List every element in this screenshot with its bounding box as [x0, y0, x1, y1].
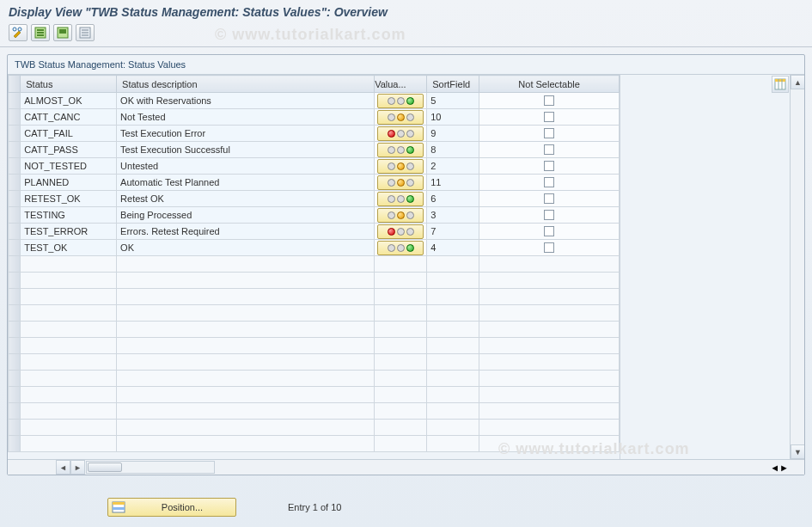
not-selectable-cell[interactable]	[479, 420, 619, 435]
valuation-button[interactable]	[377, 175, 424, 190]
not-selectable-checkbox[interactable]	[544, 177, 554, 187]
description-cell[interactable]	[117, 436, 374, 451]
valuation-button[interactable]	[377, 224, 424, 239]
valuation-button[interactable]	[377, 143, 424, 157]
valuation-button[interactable]	[377, 241, 424, 255]
valuation-cell[interactable]	[375, 338, 426, 353]
not-selectable-cell[interactable]	[479, 273, 619, 288]
valuation-button[interactable]	[377, 208, 424, 223]
horizontal-scrollbar-right[interactable]: ◄ ►	[770, 463, 804, 473]
toggle-edit-button[interactable]	[9, 24, 27, 41]
sortfield-cell[interactable]	[427, 322, 479, 337]
not-selectable-checkbox[interactable]	[544, 242, 554, 253]
status-cell[interactable]	[21, 289, 116, 304]
column-header-sortfield[interactable]: SortField	[427, 76, 479, 93]
row-selector[interactable]	[9, 305, 21, 322]
scroll-right-button[interactable]: ►	[70, 460, 85, 475]
valuation-cell[interactable]	[375, 354, 426, 370]
valuation-cell[interactable]	[375, 420, 426, 435]
row-selector[interactable]	[9, 371, 21, 387]
description-cell[interactable]: OK with Reservations	[117, 93, 374, 108]
valuation-button[interactable]	[377, 159, 424, 174]
horizontal-scrollbar-left[interactable]: ◄ ►	[8, 460, 620, 475]
not-selectable-cell[interactable]	[479, 305, 619, 321]
not-selectable-checkbox[interactable]	[544, 193, 554, 204]
not-selectable-cell[interactable]	[479, 338, 619, 353]
sortfield-cell[interactable]	[427, 387, 479, 402]
description-cell[interactable]: Being Processed	[117, 207, 374, 223]
sortfield-cell[interactable]: 7	[427, 224, 479, 239]
status-cell[interactable]	[21, 305, 116, 321]
sortfield-cell[interactable]: 9	[427, 126, 479, 141]
row-selector[interactable]	[9, 126, 21, 142]
not-selectable-cell[interactable]	[479, 436, 619, 451]
column-header-valuation[interactable]: Valua...	[375, 76, 427, 93]
status-cell[interactable]: PLANNED	[21, 175, 116, 190]
sortfield-cell[interactable]: 10	[427, 109, 479, 125]
not-selectable-checkbox[interactable]	[544, 112, 554, 122]
description-cell[interactable]: Untested	[117, 158, 374, 174]
not-selectable-cell[interactable]	[479, 403, 619, 419]
status-cell[interactable]: NOT_TESTED	[21, 158, 116, 174]
not-selectable-cell[interactable]	[479, 371, 619, 386]
status-cell[interactable]: RETEST_OK	[21, 191, 116, 206]
sortfield-cell[interactable]	[427, 420, 479, 435]
row-selector[interactable]	[9, 338, 21, 354]
description-cell[interactable]: OK	[117, 240, 374, 255]
not-selectable-cell[interactable]	[479, 354, 619, 370]
description-cell[interactable]: Test Execution Successful	[117, 142, 374, 157]
description-cell[interactable]: Automatic Test Planned	[117, 175, 374, 190]
select-all-button[interactable]	[31, 24, 50, 41]
sortfield-cell[interactable]	[427, 338, 479, 353]
valuation-button[interactable]	[377, 110, 424, 125]
valuation-cell[interactable]	[375, 387, 426, 402]
row-selector[interactable]	[9, 387, 21, 403]
vertical-scrollbar[interactable]: ▲ ▼	[790, 75, 804, 459]
description-cell[interactable]	[117, 305, 374, 321]
sortfield-cell[interactable]: 2	[427, 158, 479, 174]
status-cell[interactable]	[21, 387, 116, 402]
row-selector[interactable]	[9, 420, 21, 436]
row-selector[interactable]	[9, 354, 21, 371]
row-selector[interactable]	[9, 289, 21, 305]
description-cell[interactable]	[117, 371, 374, 386]
row-selector[interactable]	[9, 256, 21, 273]
valuation-cell[interactable]	[375, 322, 426, 337]
status-cell[interactable]: ALMOST_OK	[21, 93, 116, 108]
column-header-description[interactable]: Status description	[117, 76, 375, 93]
description-cell[interactable]	[117, 354, 374, 370]
row-selector[interactable]	[9, 403, 21, 420]
status-cell[interactable]	[21, 322, 116, 337]
status-cell[interactable]	[21, 273, 116, 288]
not-selectable-cell[interactable]	[479, 322, 619, 337]
description-cell[interactable]: Not Tested	[117, 109, 374, 125]
position-button[interactable]: Position...	[107, 498, 236, 517]
sortfield-cell[interactable]: 6	[427, 191, 479, 206]
not-selectable-cell[interactable]	[479, 387, 619, 402]
select-block-button[interactable]	[53, 24, 72, 41]
row-selector[interactable]	[9, 109, 21, 126]
status-cell[interactable]	[21, 371, 116, 386]
status-cell[interactable]	[21, 338, 116, 353]
row-selector[interactable]	[9, 224, 21, 240]
row-selector[interactable]	[9, 273, 21, 289]
description-cell[interactable]	[117, 387, 374, 402]
valuation-cell[interactable]	[375, 305, 426, 321]
description-cell[interactable]	[117, 322, 374, 337]
valuation-cell[interactable]	[375, 273, 426, 288]
scrollbar-track[interactable]	[86, 461, 215, 474]
description-cell[interactable]	[117, 256, 374, 272]
not-selectable-checkbox[interactable]	[544, 128, 554, 138]
not-selectable-checkbox[interactable]	[544, 95, 554, 106]
description-cell[interactable]: Test Execution Error	[117, 126, 374, 141]
sortfield-cell[interactable]: 8	[427, 142, 479, 157]
row-selector[interactable]	[9, 207, 21, 224]
valuation-button[interactable]	[377, 192, 424, 206]
not-selectable-cell[interactable]	[479, 289, 619, 304]
not-selectable-checkbox[interactable]	[544, 210, 554, 220]
not-selectable-checkbox[interactable]	[544, 161, 554, 171]
sortfield-cell[interactable]	[427, 256, 479, 272]
scroll-right-button[interactable]: ►	[779, 463, 789, 473]
valuation-button[interactable]	[377, 126, 424, 141]
not-selectable-checkbox[interactable]	[544, 226, 554, 236]
